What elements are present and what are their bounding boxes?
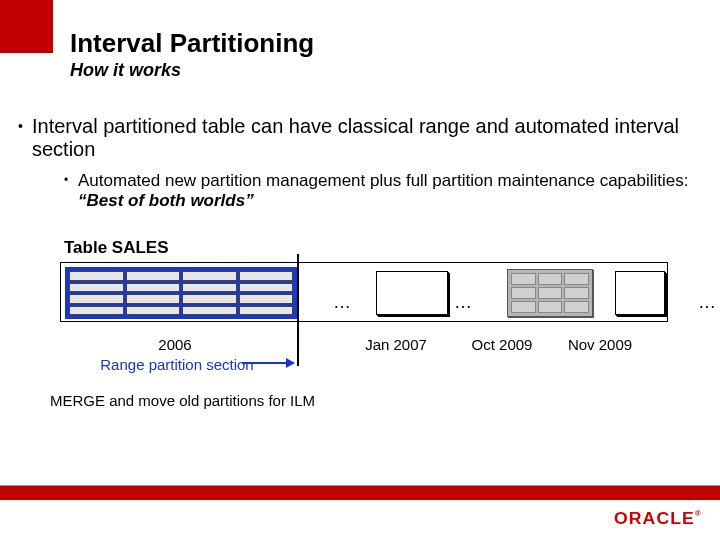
slide: Interval Partitioning How it works • Int…	[0, 0, 720, 540]
range-partition-block	[65, 267, 297, 319]
footer-bar	[0, 486, 720, 500]
accent-square	[0, 0, 53, 53]
ellipsis-icon: …	[698, 292, 716, 313]
range-partition-grid	[65, 267, 297, 319]
bullet-area: • Interval partitioned table can have cl…	[18, 115, 700, 212]
arrow-right-icon	[242, 362, 294, 364]
bullet-level2: • Automated new partition management plu…	[64, 171, 700, 212]
interval-partition-jan2007	[376, 271, 448, 315]
merge-note: MERGE and move old partitions for ILM	[50, 392, 315, 409]
slide-title: Interval Partitioning	[70, 28, 314, 59]
range-divider-line	[297, 254, 299, 366]
trademark-icon: ®	[695, 510, 702, 517]
brand-text: ORACLE	[614, 510, 695, 527]
bullet-text: Automated new partition management plus …	[78, 171, 700, 212]
label-2006: 2006	[135, 336, 215, 353]
oracle-logo: ORACLE®	[614, 510, 702, 528]
bullet-text: Interval partitioned table can have clas…	[32, 115, 700, 161]
bullet-dot-icon: •	[64, 171, 78, 212]
bullet-text-part: Automated new partition management plus …	[78, 171, 688, 190]
slide-subtitle: How it works	[70, 60, 181, 81]
bullet-level1: • Interval partitioned table can have cl…	[18, 115, 700, 161]
table-label: Table SALES	[64, 238, 169, 258]
label-nov2009: Nov 2009	[560, 336, 640, 353]
interval-partition-oct2009	[507, 269, 593, 317]
partition-diagram	[60, 262, 668, 322]
ellipsis-icon: …	[454, 292, 472, 313]
label-oct2009: Oct 2009	[462, 336, 542, 353]
ellipsis-icon: …	[333, 292, 351, 313]
interval-partition-nov2009	[615, 271, 665, 315]
label-range-section: Range partition section	[72, 356, 282, 373]
bullet-emphasis: “Best of both worlds”	[78, 191, 254, 210]
bullet-dot-icon: •	[18, 115, 32, 161]
label-jan2007: Jan 2007	[356, 336, 436, 353]
